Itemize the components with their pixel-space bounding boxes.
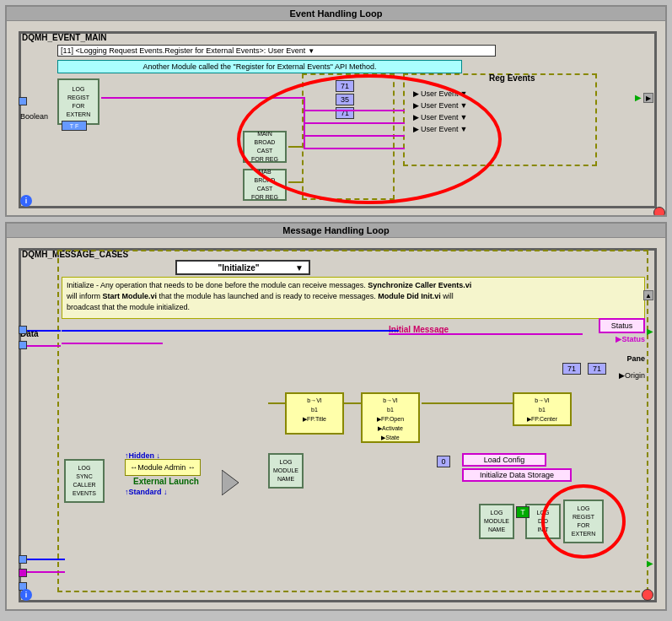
fp-open-block: b→VIb1▶FP.Open▶Activate▶State	[361, 392, 420, 443]
left-tunnel-bottom-3	[19, 555, 27, 564]
dropdown-arrow-4: ▼	[460, 125, 468, 133]
standard-label: ↑Standard ↓	[125, 488, 168, 496]
event-dropdown[interactable]: [11] <Logging Request Events.Register fo…	[57, 45, 496, 57]
log-module-name-1: LOGMODULENAME	[268, 453, 304, 489]
scroll-up-bottom[interactable]: ▲	[643, 290, 653, 300]
boolean-label: Boolean	[20, 112, 48, 121]
origin-text: Origin	[625, 371, 645, 380]
origin-arrow: ▶	[619, 371, 625, 380]
scroll-right-top[interactable]: ▶	[643, 93, 653, 103]
load-config-block: Load Config	[462, 453, 546, 467]
wire-h-2	[304, 110, 405, 111]
wire-h-1	[101, 97, 304, 99]
init-data-storage-text: Initialize Data Storage	[480, 471, 554, 479]
arrow-4: ▶	[413, 125, 419, 133]
hidden-label: ↑Hidden ↓	[125, 451, 160, 460]
log-regist-text: LOGREGISTFOREXTERN	[67, 85, 90, 119]
zero-box-1: 0	[437, 456, 450, 467]
module-admin-block: ↔Module Admin ↔	[125, 459, 201, 476]
arrow-3: ▶	[413, 113, 419, 122]
user-event-1: ▶ User Event ▼	[413, 89, 467, 98]
main-broadcast-block: MAINBROADCASTFOR REG	[243, 131, 287, 163]
event-case-structure	[302, 73, 395, 200]
user-event-label-3: User Event	[421, 113, 459, 122]
stop-indicator	[653, 207, 665, 215]
left-tunnel-bottom-1	[19, 326, 27, 334]
external-launch-label: External Launch	[133, 477, 199, 486]
initial-message-wire	[389, 333, 583, 335]
arrow-1: ▶	[413, 89, 419, 98]
bottom-right-stop	[642, 589, 653, 601]
arrow-2: ▶	[413, 101, 419, 110]
fp-title-text: b→VIb1▶FP.Title	[288, 396, 341, 424]
user-event-label-2: User Event	[421, 101, 459, 110]
merge-select-block	[222, 470, 239, 495]
data-wire-h	[27, 330, 61, 332]
load-config-text: Load Config	[484, 456, 525, 464]
reg-events-label: Reg Events	[489, 73, 535, 83]
wire-h-3	[304, 122, 405, 124]
stop-button-bottom[interactable]	[642, 589, 653, 601]
fp-center-text: b→VIb1▶FP.Center	[516, 396, 568, 424]
event-handling-loop-title: Event Handling Loop	[7, 7, 665, 21]
pane-label: Pane	[626, 354, 645, 363]
message-handling-loop-content: DQMH_MESSAGE_CASES "Initialize" ▼ Initia…	[7, 238, 665, 609]
fp-open-text: b→VIb1▶FP.Open▶Activate▶State	[364, 396, 417, 442]
dropdown-arrow-1: ▼	[460, 89, 468, 98]
log-regist-bottom-block: LOGREGISTFOREXTERN	[563, 500, 604, 543]
status-block: Status	[599, 318, 645, 333]
left-tunnel-bottom-4	[19, 569, 27, 577]
dropdown-arrow-2: ▼	[460, 101, 468, 110]
log-sync-text: LOGSYNCCALLEREVENTS	[73, 464, 96, 498]
wire-h-5	[304, 148, 405, 149]
log-regist-bottom-text: LOGREGISTFOREXTERN	[572, 505, 595, 538]
user-event-4: ▶ User Event ▼	[413, 125, 467, 133]
tf-block: T F	[62, 121, 87, 131]
right-arrow-bottom-2: ▶	[647, 559, 653, 568]
desc-text-3: broadcast that the module initialized.	[67, 303, 190, 311]
right-arrow-top: ▶	[635, 93, 642, 102]
status-wire-h	[27, 345, 61, 347]
user-event-label-4: User Event	[421, 125, 459, 133]
wire-fp-1	[268, 402, 285, 404]
desc-text-1: Initialize - Any operation that needs to…	[67, 281, 471, 289]
user-event-3: ▶ User Event ▼	[413, 113, 467, 122]
module-admin-text: ↔Module Admin ↔	[130, 463, 196, 472]
annotation-text: Another Module called the "Register for …	[142, 62, 376, 71]
merge-select-svg	[222, 470, 239, 495]
left-tunnel-bottom-2	[19, 341, 27, 349]
main-broadcast-text: MAINBROADCASTFOR REG	[251, 130, 278, 164]
log-module-name-2: LOGMODULENAME	[479, 504, 514, 539]
pane-num2: 71	[588, 363, 606, 375]
status-arrow: ▶Status	[616, 335, 645, 343]
wire-status-bottom	[62, 343, 163, 344]
right-arrow-bottom-1: ▶	[647, 327, 653, 336]
user-event-label-1: User Event	[421, 89, 459, 98]
annotation-box: Another Module called the "Register for …	[57, 60, 462, 73]
wire-data-bottom	[62, 330, 399, 332]
user-event-2: ▶ User Event ▼	[413, 101, 467, 110]
init-data-storage-block: Initialize Data Storage	[462, 468, 572, 482]
t-constant: T	[516, 506, 530, 518]
status-arrow-text: ▶Status	[616, 335, 645, 343]
fp-center-block: b→VIb1▶FP.Center	[513, 392, 572, 426]
event-main-label: DQMH_EVENT_MAIN	[22, 33, 107, 42]
origin-label: ▶Origin	[619, 371, 645, 380]
svg-marker-1	[222, 470, 239, 495]
reg-events-panel: Reg Events ▶ User Event ▼ ▶ User Event ▼…	[403, 73, 597, 166]
mab-broadcast-block: MABBROADCASTFOR REG	[243, 169, 287, 201]
wire-yellow-2	[288, 181, 304, 183]
info-text-bottom: i	[25, 591, 28, 599]
description-box: Initialize - Any operation that needs to…	[62, 277, 645, 319]
log-module-name-text-1: LOGMODULENAME	[273, 458, 298, 483]
log-did-init-text: LOGDIDINIT	[537, 509, 550, 534]
log-sync-block: LOGSYNCCALLEREVENTS	[64, 459, 105, 503]
event-dropdown-text: [11] <Logging Request Events.Register fo…	[61, 46, 305, 55]
log-module-name-text-2: LOGMODULENAME	[484, 509, 509, 534]
event-handling-loop-panel: Event Handling Loop DQMH_EVENT_MAIN [11]…	[5, 5, 667, 217]
left-tunnel-top	[19, 97, 27, 105]
dropdown-arrow-3: ▼	[460, 113, 468, 122]
wire-h-4	[304, 135, 405, 137]
info-text-top: i	[25, 197, 28, 205]
wire-fp-2	[344, 402, 363, 404]
